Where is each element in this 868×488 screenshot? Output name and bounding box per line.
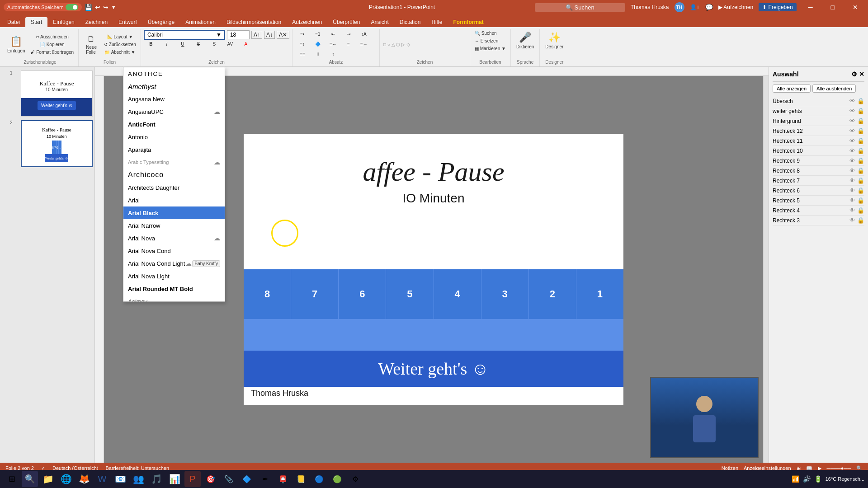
font-name-input[interactable]: Calibri ▼ xyxy=(144,30,225,40)
taskbar-word[interactable]: W xyxy=(94,471,110,487)
search-taskbar-button[interactable]: 🔍 xyxy=(22,471,38,487)
taskbar-app3[interactable]: 🔷 xyxy=(239,471,255,487)
font-item-angsanaupc[interactable]: AngsanaUPC ☁ xyxy=(123,105,225,118)
autosave-toggle[interactable]: Automatisches Speichern xyxy=(4,3,82,11)
font-item-architects[interactable]: Architects Daughter xyxy=(123,181,225,194)
eye-icon-3[interactable]: 👁 xyxy=(849,127,855,134)
selection-item-11[interactable]: Rechteck 4 👁 🔒 xyxy=(773,206,864,216)
taskbar-app1[interactable]: 🎯 xyxy=(203,471,219,487)
lock-icon-3[interactable]: 🔒 xyxy=(857,127,864,134)
tab-animationen[interactable]: Animationen xyxy=(180,17,221,27)
selection-item-9[interactable]: Rechteck 6 👁 🔒 xyxy=(773,186,864,196)
font-item-asimov[interactable]: Asimov xyxy=(123,295,225,302)
font-color-button[interactable]: A xyxy=(239,41,253,47)
lock-icon-0[interactable]: 🔒 xyxy=(857,98,864,104)
maximize-button[interactable]: □ xyxy=(825,0,841,14)
taskbar-app2[interactable]: 📎 xyxy=(221,471,237,487)
lock-icon-5[interactable]: 🔒 xyxy=(857,147,864,154)
format-painter-button[interactable]: 🖌 Format übertragen xyxy=(28,49,75,56)
font-item-arial-rounded[interactable]: Arial Rounded MT Bold xyxy=(123,282,225,295)
lock-icon-4[interactable]: 🔒 xyxy=(857,137,864,144)
eye-icon-0[interactable]: 👁 xyxy=(849,98,855,104)
tab-dictation[interactable]: Dictation xyxy=(394,17,426,27)
undo-icon[interactable]: ↩ xyxy=(95,4,100,11)
close-button[interactable]: ✕ xyxy=(846,0,864,14)
tab-ueberpruefen[interactable]: Überprüfen xyxy=(327,17,365,27)
replace-button[interactable]: ↔ Ersetzen xyxy=(473,38,500,44)
justify-button[interactable]: ≡≡ xyxy=(295,51,310,57)
italic-button[interactable]: I xyxy=(160,41,174,47)
eye-icon-1[interactable]: 👁 xyxy=(849,108,855,114)
share-btn[interactable]: ⬆ Freigeben xyxy=(759,3,796,11)
taskbar-edge[interactable]: 🌐 xyxy=(58,471,74,487)
search-icon[interactable]: 🔍 Suchen xyxy=(535,3,625,12)
tab-einfuegen[interactable]: Einfügen xyxy=(47,17,80,27)
slide-canvas[interactable]: affee - Pause IO Minuten 8 7 6 5 4 3 2 xyxy=(244,134,623,405)
slide1-thumbnail[interactable]: Kaffee - Pause 10 Minuten Weiter geht's … xyxy=(21,70,93,117)
taskbar-app5[interactable]: 📮 xyxy=(275,471,291,487)
eye-icon-7[interactable]: 👁 xyxy=(849,167,855,174)
select-button[interactable]: ▦ Markieren ▼ xyxy=(473,45,508,52)
quick-access-dropdown[interactable]: ▼ xyxy=(111,5,116,10)
taskbar-firefox[interactable]: 🦊 xyxy=(76,471,92,487)
dictate-button[interactable]: 🎤 Diktieren xyxy=(514,30,537,51)
align-left-button[interactable]: ≡← xyxy=(326,41,340,47)
tab-uebergaenge[interactable]: Übergänge xyxy=(142,17,180,27)
tab-ansicht[interactable]: Ansicht xyxy=(365,17,394,27)
search-button[interactable]: 🔍 Suchen xyxy=(473,30,499,37)
shadow-button[interactable]: S xyxy=(207,41,222,47)
font-item-anticfont[interactable]: AnticFont xyxy=(123,118,225,131)
taskbar-app7[interactable]: 🔵 xyxy=(311,471,327,487)
font-item-aparajita[interactable]: Aparajita xyxy=(123,143,225,156)
present-icon[interactable]: ▶ Aufzeichnen xyxy=(718,4,754,10)
taskbar-sound-icon[interactable]: 🔊 xyxy=(803,475,811,483)
align-text-button[interactable]: ≡↕ xyxy=(295,41,310,47)
tab-aufzeichnen[interactable]: Aufzeichnen xyxy=(287,17,327,27)
taskbar-network-icon[interactable]: 📶 xyxy=(792,475,799,483)
panel-close-icon[interactable]: ✕ xyxy=(859,70,864,78)
tab-zeichnen[interactable]: Zeichnen xyxy=(80,17,113,27)
font-dropdown[interactable]: ANOTHCE Amethyst Angsana New AngsanaUPC … xyxy=(123,67,225,302)
taskbar-outlook[interactable]: 📧 xyxy=(112,471,128,487)
taskbar-app9[interactable]: ⚙ xyxy=(347,471,363,487)
paste-button[interactable]: 📋 Einfügen xyxy=(5,34,28,55)
selection-item-5[interactable]: Rechteck 10 👁 🔒 xyxy=(773,146,864,156)
share-icon[interactable]: 👤+ xyxy=(690,4,700,10)
selection-item-6[interactable]: Rechteck 9 👁 🔒 xyxy=(773,156,864,166)
eye-icon-5[interactable]: 👁 xyxy=(849,147,855,154)
increase-indent-button[interactable]: ⇥ xyxy=(341,31,356,38)
weather-temp[interactable]: 16°C Regensch... xyxy=(826,476,864,482)
tab-entwurf[interactable]: Entwurf xyxy=(113,17,142,27)
taskbar-explorer[interactable]: 📁 xyxy=(40,471,56,487)
taskbar-powerpoint[interactable]: P xyxy=(184,471,201,487)
autosave-toggle-btn[interactable] xyxy=(66,4,78,10)
selection-item-4[interactable]: Rechteck 11 👁 🔒 xyxy=(773,136,864,146)
taskbar-app6[interactable]: 📒 xyxy=(293,471,309,487)
selection-item-3[interactable]: Rechteck 12 👁 🔒 xyxy=(773,126,864,136)
taskbar-media[interactable]: 🎵 xyxy=(148,471,165,487)
eye-icon-2[interactable]: 👁 xyxy=(849,117,855,124)
line-spacing-button[interactable]: ↕ xyxy=(326,51,340,57)
lock-icon-6[interactable]: 🔒 xyxy=(857,157,864,164)
font-item-antonio[interactable]: Antonio xyxy=(123,131,225,143)
underline-button[interactable]: U xyxy=(175,41,190,47)
layout-button[interactable]: 📐 Layout ▼ xyxy=(102,33,138,40)
tab-formformat[interactable]: Formformat xyxy=(448,17,489,27)
font-item-arial-nova[interactable]: Arial Nova ☁ xyxy=(123,232,225,244)
eye-icon-10[interactable]: 👁 xyxy=(849,197,855,204)
font-inc-button[interactable]: A↑ xyxy=(251,31,262,39)
designer-button[interactable]: ✨ Designer xyxy=(542,30,566,51)
bullets-button[interactable]: ≡• xyxy=(295,31,310,38)
slide2-thumbnail[interactable]: Kaffee - Pause 10 Minuten 8 7 6 ... Weit… xyxy=(21,120,93,167)
comments-icon[interactable]: 💬 xyxy=(705,4,713,11)
lock-icon-8[interactable]: 🔒 xyxy=(857,177,864,184)
font-item-arial-nova-light[interactable]: Arial Nova Light xyxy=(123,270,225,282)
lock-icon-7[interactable]: 🔒 xyxy=(857,167,864,174)
font-item-arial-nova-cond[interactable]: Arial Nova Cond xyxy=(123,244,225,257)
lock-icon-11[interactable]: 🔒 xyxy=(857,207,864,214)
font-item-arial-narrow[interactable]: Arial Narrow xyxy=(123,219,225,232)
font-item-arial-nova-cond-light[interactable]: Arial Nova Cond Light ☁ Baby Kruffy xyxy=(123,257,225,270)
columns-button[interactable]: ⫴ xyxy=(311,51,325,58)
align-center-button[interactable]: ≡ xyxy=(341,41,356,47)
strikethrough-button[interactable]: S xyxy=(191,41,206,47)
